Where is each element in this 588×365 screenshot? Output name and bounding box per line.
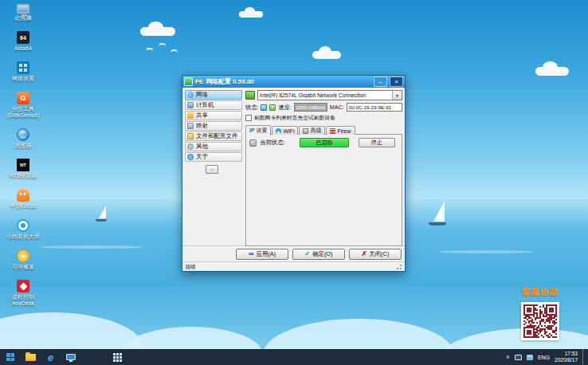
windows-logo-icon [6,353,14,361]
adapter-select[interactable]: Intel(R) 82574L Gigabit Network Connecti… [257,90,402,100]
refresh-checkbox[interactable] [245,115,252,121]
icon-label: 此电脑 [15,15,32,22]
diskgenius-icon [17,92,29,104]
support-title: 客服协助 [516,287,564,298]
close-button[interactable]: ✗ 关闭(C) [349,249,402,260]
mac-value[interactable]: 00-0C-29-29-9E-91 [347,103,402,112]
tab-firewall[interactable]: Firew [326,126,355,135]
service-icon [249,139,257,147]
started-status-button[interactable]: 已启动 [300,138,349,147]
folder-icon [25,354,36,361]
browser-icon [17,128,29,141]
taskbar-item-toolbox[interactable] [108,349,127,365]
tab-advanced[interactable]: 高级 [299,126,325,135]
bootfix-icon [17,249,29,262]
ghost-icon [17,189,29,202]
sea-sparkle [438,250,534,253]
bird [171,49,178,55]
tab-wifi[interactable]: WiFi [272,126,298,135]
icon-label: 远程控制 AnyDesk [12,294,34,307]
stop-button[interactable]: 停止 [359,138,395,147]
taskbar-item-pc[interactable] [61,349,80,365]
sidebar-item-label: 映射 [196,122,208,130]
taskbar-clock[interactable]: 17:53 2020/8/17 [555,351,578,363]
sidebar-item-about[interactable]: 关于 [185,152,242,162]
cloud [535,67,569,76]
desktop: 此电脑 Aida64 网络设置 分区工具 (DiskGenius) 浏览器 NT… [0,0,588,365]
apply-button[interactable]: ⇒ 应用(A) [236,249,288,260]
language-indicator[interactable]: ENG [538,355,550,360]
sidebar-item-other[interactable]: 其他 [185,142,242,151]
sidebar-item-label: 文件和配置文件 [196,132,238,140]
sidebar-item-profiles-files[interactable]: 文件和配置文件 [185,131,242,141]
icon-label: Aida64 [14,45,32,52]
drive-icon [187,123,194,129]
sidebar-item-label: 共享 [196,112,208,120]
wifi-icon [276,128,281,134]
network-settings-icon [17,61,29,74]
icon-label: NT6安装器 [10,173,37,179]
dialog-sidebar: 网络 计算机 共享 映射 文件和配置文件 [185,90,242,246]
sidebar-item-computer[interactable]: 计算机 [185,100,242,110]
sidebar-item-network[interactable]: 网络 [185,90,242,100]
apply-label: 应用(A) [257,250,276,258]
info-icon [187,154,194,160]
keyboard-icon[interactable] [515,355,522,360]
desktop-icon-partition-tool[interactable]: 分区工具 (DiskGenius) [1,92,45,119]
window-titlebar[interactable]: PE 网络配置 0.59.80 – × [182,76,405,88]
globe-icon [187,92,194,98]
show-desktop-button[interactable] [582,349,586,365]
icon-label: 手动Ghost [10,203,37,210]
sidebar-item-shares[interactable]: 共享 [185,111,242,120]
bird [159,43,166,49]
chevron-down-icon[interactable]: ▼ [392,91,402,100]
advanced-icon [303,128,308,134]
sea-sparkle [40,245,143,249]
speed-value: 1000 (MBit/s) [294,103,327,112]
desktop-icon-nt-installer[interactable]: NT6安装器 [1,159,45,179]
desktop-icon-xiaobai[interactable]: 小白装机大师 [1,219,45,240]
sailboat [99,206,107,222]
sidebar-item-drives[interactable]: 映射 [185,121,242,131]
ok-button[interactable]: ✓ 确定(O) [292,249,345,260]
qr-code [521,302,559,340]
sidebar-toggle-button[interactable]: ↔ [206,165,218,174]
network-tray-icon[interactable] [527,355,533,360]
desktop-icon-browser[interactable]: 浏览器 [1,128,45,149]
desktop-icon-boot-repair[interactable]: 引导修复 [1,249,45,270]
minimize-button[interactable]: – [374,77,387,87]
sailboat [433,201,446,226]
support-block: 客服协助 [516,287,564,340]
start-button[interactable] [0,349,21,365]
desktop-icon-anydesk[interactable]: 远程控制 AnyDesk [1,280,45,307]
tab-label: Firew [337,128,351,134]
firewall-icon [330,128,335,134]
desktop-icon-this-pc[interactable]: 此电脑 [1,2,45,22]
sidebar-item-label: 计算机 [196,101,214,109]
resize-grip[interactable] [396,264,402,270]
adapter-name: Intel(R) 82574L Gigabit Network Connecti… [258,92,392,98]
gear-icon [187,143,194,150]
files-icon [187,133,194,139]
desktop-icon-ghost[interactable]: 手动Ghost [1,189,45,210]
sidebar-item-label: 其他 [196,143,208,151]
desktop-icon-network-settings[interactable]: 网络设置 [1,61,45,82]
cloud [140,27,175,36]
mac-label: MAC: [330,104,344,111]
taskbar-item-browser[interactable] [41,349,61,365]
icon-label: 分区工具 (DiskGenius) [7,106,39,119]
desktop-icon-aida64[interactable]: Aida64 [1,31,45,52]
window-title: PE 网络配置 0.59.80 [195,77,371,86]
taskbar-item-explorer[interactable] [21,349,41,365]
current-status-label: 当前状态: [260,139,285,147]
sidebar-item-label: 网络 [196,91,208,99]
qr-code-canvas [523,304,557,338]
anydesk-icon [17,280,29,292]
tab-label: IP 设置 [249,127,267,135]
clock-date: 2020/8/17 [555,357,578,363]
close-window-button[interactable]: × [390,77,403,87]
tab-label: 高级 [310,127,321,135]
tray-expand-icon[interactable]: ∧ [506,354,510,360]
tab-ip-settings[interactable]: IP 设置 [245,125,271,135]
icon-label: 引导修复 [12,264,34,270]
